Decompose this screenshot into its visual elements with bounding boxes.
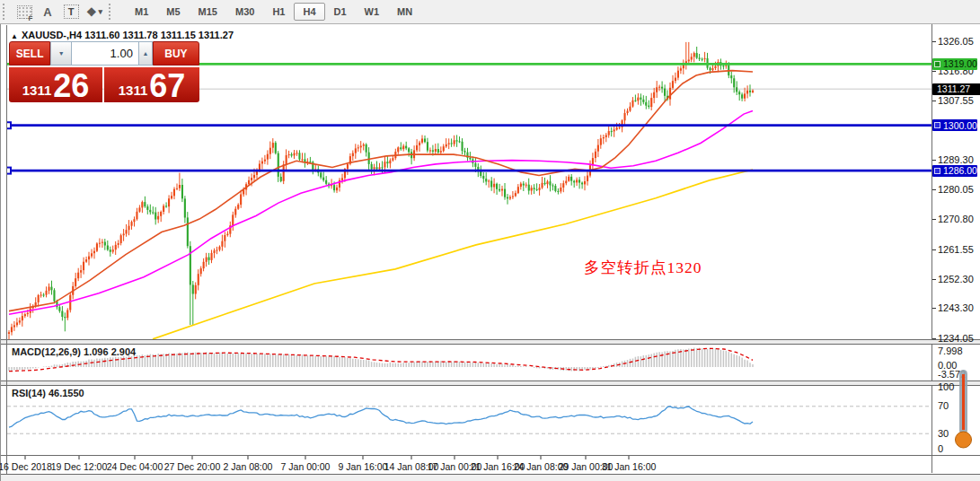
ma-mid-line <box>9 111 753 315</box>
sell-price-main: 1311 <box>22 83 52 97</box>
price-tick-mark <box>932 101 936 101</box>
price-tick-label: 1234.05 <box>938 333 974 344</box>
pane-splitter-macd[interactable] <box>0 339 980 345</box>
toolbar-grip[interactable] <box>109 4 113 20</box>
volume-decrease-button[interactable]: ▼ <box>50 41 72 66</box>
chevron-down-icon[interactable]: ▾ <box>99 7 103 16</box>
window-bottom-edge <box>0 474 980 481</box>
time-axis-label: 2 Jan 08:00 <box>216 461 280 472</box>
ohlc-text: XAUUSD-,H4 1311.60 1311.78 1311.15 1311.… <box>22 30 234 40</box>
timeframe-button-mn[interactable]: MN <box>388 3 421 21</box>
thermometer-icon <box>952 368 976 450</box>
rsi-scale-label: 70 <box>938 400 949 411</box>
buy-price-main: 1311 <box>119 83 148 97</box>
buy-price-pips: 67 <box>149 73 185 101</box>
font-label-icon[interactable]: A <box>39 3 57 21</box>
toolbar: F A T ❖ ▾ M1M5M15M30H1H4D1W1MN <box>0 0 980 24</box>
ma-slow-line <box>153 170 753 339</box>
price-tick-label: 1326.05 <box>938 36 974 47</box>
toolbar-grip[interactable] <box>3 4 7 20</box>
timeframe-button-m30[interactable]: M30 <box>226 3 263 21</box>
window-left-edge <box>0 23 1 481</box>
price-line-label: 1311.27 <box>932 83 980 95</box>
buy-price-display[interactable]: 1311 67 <box>104 67 199 102</box>
chart-annotation-text[interactable]: 多空转折点1320 <box>584 257 702 278</box>
symbol-ohlc-header: ▲XAUUSD-,H4 1311.60 1311.78 1311.15 1311… <box>11 30 234 40</box>
price-tick-mark <box>932 338 936 339</box>
timeframe-button-m1[interactable]: M1 <box>126 3 157 21</box>
price-tick-label: 1261.55 <box>938 244 974 255</box>
price-tick-label: 1270.80 <box>938 214 974 224</box>
timeframe-button-m15[interactable]: M15 <box>190 3 226 21</box>
price-tick-mark <box>932 160 936 161</box>
time-axis-border <box>0 455 980 456</box>
price-tick-mark <box>932 279 936 280</box>
price-tick-label: 1243.30 <box>938 302 974 313</box>
macd-scale-label: 7.998 <box>938 345 963 356</box>
pane-splitter-rsi[interactable] <box>0 380 980 386</box>
timeframe-button-h4[interactable]: H4 <box>294 3 324 21</box>
volume-increase-button[interactable]: ▲ <box>138 41 153 66</box>
price-tick-mark <box>932 189 936 190</box>
hline-handle-green[interactable] <box>2 59 5 68</box>
price-tick-label: 1289.30 <box>938 154 974 165</box>
collapse-triangle-icon[interactable]: ▲ <box>11 32 18 40</box>
price-line-label: 1319.00 <box>932 58 977 70</box>
sell-price-pips: 26 <box>53 73 89 101</box>
price-tick-mark <box>932 41 936 42</box>
buy-button[interactable]: BUY <box>153 41 199 66</box>
price-tick-label: 1280.05 <box>938 184 974 195</box>
price-tick-mark <box>932 308 936 309</box>
sell-price-display[interactable]: 1311 26 <box>9 67 102 102</box>
macd-label: MACD(12,26,9) 1.096 2.904 <box>12 346 136 357</box>
time-axis-label: 24 Dec 04:00 <box>102 461 167 472</box>
timeframe-button-w1[interactable]: W1 <box>356 3 389 21</box>
rsi-scale-label: 30 <box>938 428 949 439</box>
timeframe-button-d1[interactable]: D1 <box>325 3 356 21</box>
chart-left-border <box>6 25 7 474</box>
mt4-window: F A T ❖ ▾ M1M5M15M30H1H4D1W1MN ▲XAUUSD-,… <box>0 0 980 481</box>
price-tick-mark <box>932 219 936 220</box>
price-tick-label: 1252.30 <box>938 274 974 284</box>
text-box-icon[interactable]: T <box>62 3 80 21</box>
timeframe-button-h1[interactable]: H1 <box>263 3 294 21</box>
price-tick-mark <box>932 249 936 250</box>
sell-button[interactable]: SELL <box>9 41 50 66</box>
shapes-icon[interactable]: ❖ ▾ <box>85 3 103 21</box>
rsi-scale-label: 0 <box>938 443 943 454</box>
rsi-label: RSI(14) 46.1550 <box>12 388 84 398</box>
price-tick-mark <box>932 71 936 72</box>
pattern-grid-icon[interactable]: F <box>15 3 33 21</box>
price-tick-label: 1307.55 <box>938 95 974 106</box>
timeframe-button-m5[interactable]: M5 <box>157 3 189 21</box>
volume-input[interactable] <box>72 41 138 66</box>
line-anchor-icon <box>934 168 940 174</box>
time-axis-label: 7 Jan 00:00 <box>273 461 338 472</box>
rsi-line <box>9 407 753 427</box>
timeframe-bar: M1M5M15M30H1H4D1W1MN <box>126 3 421 21</box>
price-line-label: 1286.00 <box>932 165 977 177</box>
price-line-label: 1300.00 <box>932 119 977 131</box>
line-anchor-icon <box>934 122 940 128</box>
line-anchor-icon <box>934 61 940 67</box>
one-click-trading-panel: SELL ▼ ▲ BUY 1311 26 1311 67 <box>9 41 199 102</box>
time-axis-label: 31 Jan 16:00 <box>596 461 661 472</box>
